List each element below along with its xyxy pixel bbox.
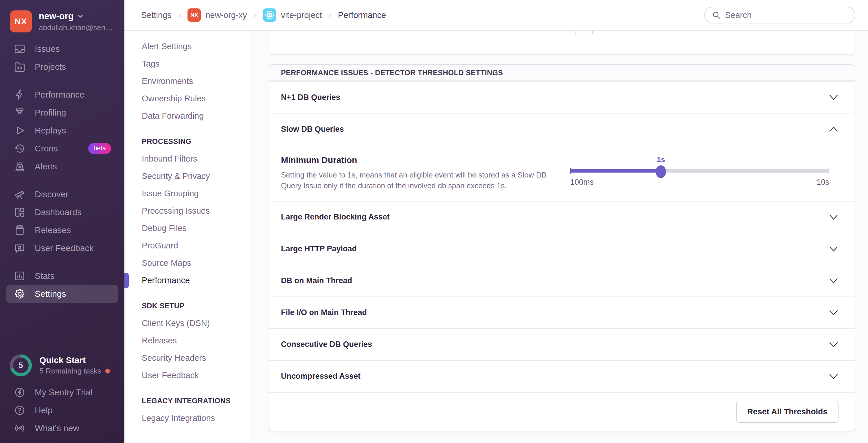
secnav-item-security-privacy[interactable]: Security & Privacy (124, 167, 250, 185)
secnav-item-user-feedback[interactable]: User Feedback (124, 366, 250, 384)
sidebar-item-label: Crons (35, 144, 58, 153)
sidebar-item-issues[interactable]: Issues (6, 40, 118, 58)
sidebar-item-label: Discover (35, 189, 69, 199)
sidebar-item-performance[interactable]: Performance (6, 86, 118, 104)
sidebar-item-stats[interactable]: Stats (6, 267, 118, 285)
sidebar-item-label: Issues (35, 44, 60, 54)
sidebar-item-discover[interactable]: Discover (6, 185, 118, 203)
sidebar-item-label: User Feedback (35, 243, 93, 253)
breadcrumb-separator: › (329, 9, 332, 21)
dashboards-icon (13, 206, 26, 218)
sidebar-item-projects[interactable]: Projects (6, 58, 118, 76)
sidebar-item-user-feedback[interactable]: User Feedback (6, 239, 118, 257)
scrolled-input-fragment (575, 31, 593, 35)
performance-icon (13, 88, 26, 101)
sidebar-item-whats-new[interactable]: What's new (6, 419, 118, 437)
secnav-item-tags[interactable]: Tags (124, 55, 250, 72)
slider-max-tick (828, 168, 829, 174)
accordion-row-large-render-blocking-asset[interactable]: Large Render Blocking Asset (269, 201, 855, 233)
breadcrumb-separator: › (253, 9, 257, 21)
secnav-item-legacy-integrations[interactable]: Legacy Integrations (124, 409, 250, 427)
sidebar-item-releases[interactable]: Releases (6, 221, 118, 239)
beta-badge: beta (88, 143, 111, 154)
sidebar-item-label: Releases (35, 225, 71, 235)
secnav-header-sdk-setup: SDK SETUP (124, 297, 250, 315)
reset-all-thresholds-button[interactable]: Reset All Thresholds (736, 401, 838, 423)
secnav-item-issue-grouping[interactable]: Issue Grouping (124, 185, 250, 202)
sentry-app: NX new-org abdullah.khan@sen… Issues Pro… (0, 0, 868, 443)
sidebar-item-help[interactable]: Help (6, 401, 118, 419)
accordion-row-large-http-payload[interactable]: Large HTTP Payload (269, 233, 855, 265)
secnav-item-environments[interactable]: Environments (124, 72, 250, 90)
setting-description: Setting the value to 1s, means that an e… (281, 170, 547, 191)
secnav-item-client-keys[interactable]: Client Keys (DSN) (124, 315, 250, 332)
sidebar-item-alerts[interactable]: Alerts (6, 157, 118, 175)
secnav-item-proguard[interactable]: ProGuard (124, 237, 250, 254)
accordion-row-file-io-on-main-thread[interactable]: File I/O on Main Thread (269, 296, 855, 328)
breadcrumb-organization[interactable]: NX new-org-xy (187, 8, 247, 22)
slider-thumb[interactable] (656, 165, 666, 178)
sidebar-item-label: Dashboards (35, 207, 82, 217)
breadcrumb-separator: › (178, 9, 181, 21)
secnav-item-processing-issues[interactable]: Processing Issues (124, 202, 250, 219)
sidebar-item-label: What's new (35, 423, 79, 433)
alerts-icon (13, 160, 26, 173)
secnav-item-performance[interactable]: Performance (124, 272, 250, 289)
sidebar-item-my-sentry-trial[interactable]: My Sentry Trial (6, 383, 118, 401)
chevron-down-icon (829, 94, 838, 101)
primary-sidebar: NX new-org abdullah.khan@sen… Issues Pro… (0, 0, 124, 443)
secnav-item-alert-settings[interactable]: Alert Settings (124, 38, 250, 55)
minimum-duration-slider: 1s 100ms 10s (570, 155, 829, 189)
slider-min-label: 100ms (570, 178, 594, 187)
replays-icon (13, 124, 26, 137)
main-content[interactable]: PERFORMANCE ISSUES - DETECTOR THRESHOLD … (250, 31, 868, 443)
sidebar-item-settings[interactable]: Settings (6, 285, 118, 303)
secnav-item-ownership-rules[interactable]: Ownership Rules (124, 90, 250, 107)
slider-track[interactable] (570, 169, 829, 173)
slow-db-queries-settings: Minimum Duration Setting the value to 1s… (269, 145, 855, 201)
accordion-row-db-on-main-thread[interactable]: DB on Main Thread (269, 265, 855, 296)
secnav-item-inbound-filters[interactable]: Inbound Filters (124, 150, 250, 167)
issues-icon (13, 42, 26, 55)
detector-threshold-settings-panel: PERFORMANCE ISSUES - DETECTOR THRESHOLD … (269, 64, 855, 432)
search-box[interactable] (704, 7, 855, 24)
projects-icon (13, 60, 26, 73)
org-email: abdullah.khan@sen… (39, 23, 113, 32)
sidebar-item-profiling[interactable]: Profiling (6, 104, 118, 122)
help-icon (13, 404, 26, 417)
secnav-item-data-forwarding[interactable]: Data Forwarding (124, 107, 250, 124)
accordion-row-n-plus-one-db-queries[interactable]: N+1 DB Queries (269, 81, 855, 113)
secnav-item-source-maps[interactable]: Source Maps (124, 254, 250, 272)
org-badge: NX (187, 8, 201, 22)
whats-new-icon (13, 422, 26, 435)
sidebar-item-label: Projects (35, 62, 66, 72)
secnav-item-debug-files[interactable]: Debug Files (124, 219, 250, 237)
accordion-row-slow-db-queries[interactable]: Slow DB Queries (269, 113, 855, 145)
breadcrumb: Settings › NX new-org-xy › vite-project … (141, 8, 386, 22)
accordion-row-consecutive-db-queries[interactable]: Consecutive DB Queries (269, 328, 855, 360)
org-switcher[interactable]: NX new-org abdullah.khan@sen… (0, 7, 124, 40)
panel-header: PERFORMANCE ISSUES - DETECTOR THRESHOLD … (269, 65, 855, 81)
breadcrumb-performance[interactable]: Performance (338, 10, 386, 20)
sidebar-item-replays[interactable]: Replays (6, 122, 118, 140)
breadcrumb-project[interactable]: vite-project (263, 8, 322, 22)
sidebar-item-dashboards[interactable]: Dashboards (6, 203, 118, 221)
panel-footer: Reset All Thresholds (269, 392, 855, 431)
sidebar-item-crons[interactable]: Crons beta (6, 140, 118, 157)
org-avatar: NX (10, 10, 32, 32)
sidebar-item-label: My Sentry Trial (35, 387, 93, 397)
chevron-down-icon (829, 309, 838, 316)
slider-value-label: 1s (657, 155, 665, 164)
trial-icon (13, 386, 26, 399)
chevron-down-icon (829, 277, 838, 284)
secnav-item-releases[interactable]: Releases (124, 332, 250, 349)
accordion-row-uncompressed-asset[interactable]: Uncompressed Asset (269, 360, 855, 392)
org-name: new-org (39, 11, 74, 22)
active-item-indicator (124, 273, 129, 288)
quick-start[interactable]: 5 Quick Start 5 Remaining tasks (0, 349, 124, 382)
slider-max-label: 10s (816, 178, 829, 187)
search-input[interactable] (725, 10, 848, 20)
secnav-item-security-headers[interactable]: Security Headers (124, 349, 250, 366)
breadcrumb-settings[interactable]: Settings (141, 10, 172, 20)
sidebar-item-label: Alerts (35, 161, 57, 171)
